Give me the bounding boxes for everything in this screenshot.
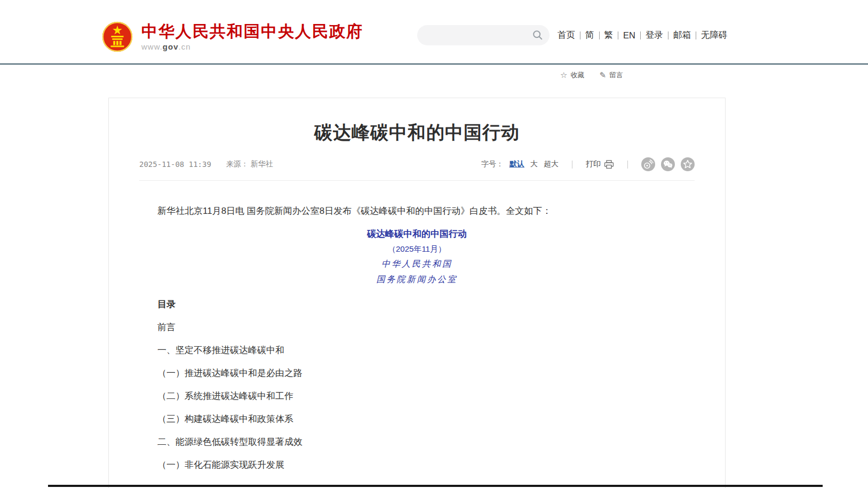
- nav-login[interactable]: 登录: [646, 29, 663, 41]
- search-input[interactable]: [427, 30, 532, 41]
- nav-separator: [668, 31, 668, 39]
- font-size-large[interactable]: 大: [530, 159, 538, 169]
- toc-item: 前言: [139, 323, 695, 332]
- article-body: 新华社北京11月8日电 国务院新闻办公室8日发布《碳达峰碳中和的中国行动》白皮书…: [139, 206, 695, 469]
- search-box[interactable]: [417, 25, 550, 45]
- nav-accessibility[interactable]: 无障碍: [701, 29, 728, 41]
- doc-org-office: 国务院新闻办公室: [139, 275, 695, 284]
- toc-item: 二、能源绿色低碳转型取得显著成效: [139, 437, 695, 446]
- national-emblem-icon: [102, 21, 133, 52]
- nav-home[interactable]: 首页: [558, 29, 575, 41]
- toc-item: （三）构建碳达峰碳中和政策体系: [139, 414, 695, 423]
- meta-separator: [627, 161, 628, 169]
- publish-date: 2025-11-08 11:39: [139, 160, 211, 169]
- toc-title: 目录: [139, 300, 695, 309]
- message-label: 留言: [609, 70, 623, 80]
- top-nav: 首页 简 繁 EN 登录 邮箱 无障碍: [558, 29, 727, 41]
- print-button[interactable]: 打印: [586, 159, 614, 169]
- article-meta-left: 2025-11-08 11:39 来源： 新华社: [139, 159, 273, 169]
- site-header: 中华人民共和国中央人民政府 www.gov.cn 首页 简 繁 EN 登录 邮箱…: [0, 0, 868, 63]
- font-size-xlarge[interactable]: 超大: [544, 159, 559, 169]
- nav-separator: [599, 31, 600, 39]
- site-url: www.gov.cn: [141, 42, 363, 51]
- meta-divider: [139, 180, 695, 181]
- doc-title: 碳达峰碳中和的中国行动: [139, 229, 695, 238]
- nav-simplified[interactable]: 简: [585, 29, 594, 41]
- nav-mail[interactable]: 邮箱: [673, 29, 691, 41]
- article-title: 碳达峰碳中和的中国行动: [139, 122, 695, 143]
- toc-item: （二）系统推进碳达峰碳中和工作: [139, 391, 695, 401]
- article-container: 碳达峰碳中和的中国行动 2025-11-08 11:39 来源： 新华社 字号：…: [108, 98, 726, 488]
- search-icon[interactable]: [532, 30, 543, 41]
- footer-top-edge: [48, 485, 823, 487]
- favorite-label: 收藏: [570, 70, 584, 80]
- print-label: 打印: [586, 159, 601, 169]
- share-buttons: [641, 157, 695, 171]
- page-actions: ☆ 收藏 ✎ 留言: [560, 70, 623, 80]
- wechat-icon[interactable]: [661, 157, 675, 171]
- printer-icon: [604, 160, 614, 169]
- source-name: 新华社: [251, 159, 273, 168]
- favorite-action[interactable]: ☆ 收藏: [560, 70, 584, 80]
- weibo-icon[interactable]: [641, 157, 655, 171]
- star-outline-icon: ☆: [560, 70, 567, 80]
- nav-separator: [618, 31, 618, 39]
- site-logo[interactable]: 中华人民共和国中央人民政府 www.gov.cn: [102, 21, 363, 52]
- toc-item: （一）非化石能源实现跃升发展: [139, 460, 695, 469]
- intro-paragraph: 新华社北京11月8日电 国务院新闻办公室8日发布《碳达峰碳中和的中国行动》白皮书…: [139, 206, 695, 215]
- article-meta-row: 2025-11-08 11:39 来源： 新华社 字号： 默认 大 超大 打印: [139, 159, 695, 170]
- pencil-icon: ✎: [599, 70, 606, 80]
- toc-item: （一）推进碳达峰碳中和是必由之路: [139, 369, 695, 378]
- source: 来源： 新华社: [226, 159, 273, 169]
- doc-date: （2025年11月）: [139, 245, 695, 253]
- nav-english[interactable]: EN: [623, 30, 635, 41]
- nav-separator: [640, 31, 641, 39]
- header-divider-bar: [0, 63, 868, 65]
- meta-separator: [572, 161, 572, 169]
- nav-separator: [696, 31, 696, 39]
- doc-org-country: 中华人民共和国: [139, 260, 695, 268]
- message-action[interactable]: ✎ 留言: [599, 70, 623, 80]
- nav-traditional[interactable]: 繁: [604, 29, 614, 41]
- star-icon[interactable]: [681, 157, 695, 171]
- nav-separator: [580, 31, 580, 39]
- toc-item: 一、坚定不移推进碳达峰碳中和: [139, 346, 695, 355]
- font-size-default[interactable]: 默认: [509, 159, 524, 169]
- site-title: 中华人民共和国中央人民政府: [141, 22, 363, 41]
- font-size-label: 字号：: [481, 159, 504, 169]
- article-meta-right: 字号： 默认 大 超大 打印: [481, 157, 695, 171]
